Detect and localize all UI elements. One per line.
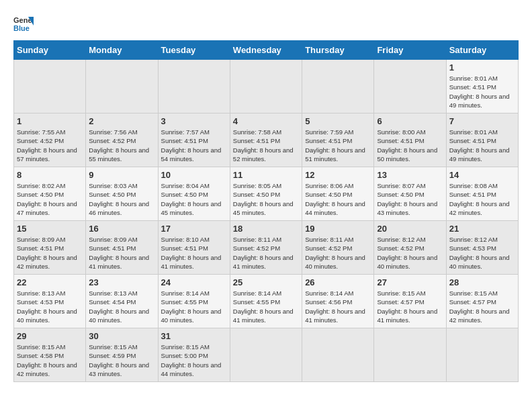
calendar-cell <box>14 60 86 113</box>
week-row-5: 22Sunrise: 8:13 AMSunset: 4:53 PMDayligh… <box>14 275 519 328</box>
calendar-cell <box>158 60 230 113</box>
cell-content: Sunrise: 8:08 AMSunset: 4:51 PMDaylight:… <box>449 181 515 217</box>
week-row-2: 1Sunrise: 7:55 AMSunset: 4:52 PMDaylight… <box>14 113 519 167</box>
calendar-cell: 27Sunrise: 8:15 AMSunset: 4:57 PMDayligh… <box>374 275 446 328</box>
day-number: 23 <box>89 277 154 287</box>
day-number: 2 <box>89 116 154 126</box>
cell-content: Sunrise: 8:09 AMSunset: 4:51 PMDaylight:… <box>17 235 83 271</box>
cell-content: Sunrise: 8:13 AMSunset: 4:53 PMDaylight:… <box>17 289 83 324</box>
header-day-monday: Monday <box>86 41 158 60</box>
cell-content: Sunrise: 7:59 AMSunset: 4:51 PMDaylight:… <box>305 128 371 163</box>
day-number: 18 <box>233 224 299 234</box>
logo-icon: General Blue <box>13 13 34 34</box>
week-row-6: 29Sunrise: 8:15 AMSunset: 4:58 PMDayligh… <box>14 328 519 382</box>
cell-content: Sunrise: 8:11 AMSunset: 4:52 PMDaylight:… <box>233 235 299 271</box>
calendar-cell: 2Sunrise: 7:56 AMSunset: 4:52 PMDaylight… <box>86 113 158 167</box>
day-number: 15 <box>17 224 83 234</box>
header-day-saturday: Saturday <box>446 41 518 60</box>
svg-text:Blue: Blue <box>13 24 30 32</box>
cell-content: Sunrise: 8:01 AMSunset: 4:51 PMDaylight:… <box>449 128 515 163</box>
calendar-cell: 14Sunrise: 8:08 AMSunset: 4:51 PMDayligh… <box>446 167 518 221</box>
calendar-cell: 15Sunrise: 8:09 AMSunset: 4:51 PMDayligh… <box>14 221 86 275</box>
cell-content: Sunrise: 8:13 AMSunset: 4:54 PMDaylight:… <box>89 289 154 324</box>
cell-content: Sunrise: 8:01 AMSunset: 4:51 PMDaylight:… <box>449 74 515 109</box>
calendar-cell <box>446 328 518 382</box>
cell-content: Sunrise: 8:06 AMSunset: 4:50 PMDaylight:… <box>305 181 371 217</box>
day-number: 26 <box>305 277 371 287</box>
calendar-cell: 30Sunrise: 8:15 AMSunset: 4:59 PMDayligh… <box>86 328 158 382</box>
calendar-cell: 31Sunrise: 8:15 AMSunset: 5:00 PMDayligh… <box>158 328 230 382</box>
cell-content: Sunrise: 8:15 AMSunset: 5:00 PMDaylight:… <box>161 342 227 378</box>
cell-content: Sunrise: 8:15 AMSunset: 4:59 PMDaylight:… <box>89 342 154 378</box>
day-number: 28 <box>449 277 515 287</box>
cell-content: Sunrise: 8:15 AMSunset: 4:57 PMDaylight:… <box>449 289 515 324</box>
cell-content: Sunrise: 8:15 AMSunset: 4:58 PMDaylight:… <box>17 342 83 378</box>
calendar-cell <box>230 60 302 113</box>
header-day-friday: Friday <box>374 41 446 60</box>
calendar-cell <box>302 60 374 113</box>
day-number: 20 <box>377 224 443 234</box>
calendar-cell: 3Sunrise: 7:57 AMSunset: 4:51 PMDaylight… <box>158 113 230 167</box>
header-row: SundayMondayTuesdayWednesdayThursdayFrid… <box>14 41 519 60</box>
day-number: 1 <box>449 62 515 73</box>
cell-content: Sunrise: 7:58 AMSunset: 4:51 PMDaylight:… <box>233 128 299 163</box>
day-number: 5 <box>305 116 371 126</box>
calendar-cell <box>302 328 374 382</box>
day-number: 9 <box>89 170 154 180</box>
day-number: 3 <box>161 116 227 126</box>
cell-content: Sunrise: 7:57 AMSunset: 4:51 PMDaylight:… <box>161 128 227 163</box>
cell-content: Sunrise: 8:14 AMSunset: 4:55 PMDaylight:… <box>161 289 227 324</box>
calendar-cell: 13Sunrise: 8:07 AMSunset: 4:50 PMDayligh… <box>374 167 446 221</box>
day-number: 25 <box>233 277 299 287</box>
day-number: 10 <box>161 170 227 180</box>
calendar-cell: 1Sunrise: 8:01 AMSunset: 4:51 PMDaylight… <box>446 60 518 113</box>
calendar-cell: 5Sunrise: 7:59 AMSunset: 4:51 PMDaylight… <box>302 113 374 167</box>
calendar-cell: 24Sunrise: 8:14 AMSunset: 4:55 PMDayligh… <box>158 275 230 328</box>
calendar-cell: 1Sunrise: 7:55 AMSunset: 4:52 PMDaylight… <box>14 113 86 167</box>
calendar-cell: 9Sunrise: 8:03 AMSunset: 4:50 PMDaylight… <box>86 167 158 221</box>
page-header: General Blue <box>13 13 519 34</box>
cell-content: Sunrise: 8:04 AMSunset: 4:50 PMDaylight:… <box>161 181 227 217</box>
day-number: 4 <box>233 116 299 126</box>
day-number: 21 <box>449 224 515 234</box>
header-day-wednesday: Wednesday <box>230 41 302 60</box>
calendar-cell: 23Sunrise: 8:13 AMSunset: 4:54 PMDayligh… <box>86 275 158 328</box>
day-number: 13 <box>377 170 443 180</box>
calendar-cell <box>230 328 302 382</box>
calendar-cell: 12Sunrise: 8:06 AMSunset: 4:50 PMDayligh… <box>302 167 374 221</box>
cell-content: Sunrise: 8:07 AMSunset: 4:50 PMDaylight:… <box>377 181 443 217</box>
calendar-cell: 25Sunrise: 8:14 AMSunset: 4:55 PMDayligh… <box>230 275 302 328</box>
calendar-cell: 26Sunrise: 8:14 AMSunset: 4:56 PMDayligh… <box>302 275 374 328</box>
week-row-4: 15Sunrise: 8:09 AMSunset: 4:51 PMDayligh… <box>14 221 519 275</box>
day-number: 29 <box>17 331 83 341</box>
calendar-cell: 8Sunrise: 8:02 AMSunset: 4:50 PMDaylight… <box>14 167 86 221</box>
cell-content: Sunrise: 8:12 AMSunset: 4:53 PMDaylight:… <box>449 235 515 271</box>
day-number: 24 <box>161 277 227 287</box>
cell-content: Sunrise: 8:05 AMSunset: 4:50 PMDaylight:… <box>233 181 299 217</box>
day-number: 6 <box>377 116 443 126</box>
cell-content: Sunrise: 8:02 AMSunset: 4:50 PMDaylight:… <box>17 181 83 217</box>
cell-content: Sunrise: 8:11 AMSunset: 4:52 PMDaylight:… <box>305 235 371 271</box>
calendar-cell: 17Sunrise: 8:10 AMSunset: 4:51 PMDayligh… <box>158 221 230 275</box>
calendar-cell <box>374 60 446 113</box>
calendar-cell: 11Sunrise: 8:05 AMSunset: 4:50 PMDayligh… <box>230 167 302 221</box>
cell-content: Sunrise: 8:00 AMSunset: 4:51 PMDaylight:… <box>377 128 443 163</box>
calendar-cell <box>374 328 446 382</box>
cell-content: Sunrise: 8:15 AMSunset: 4:57 PMDaylight:… <box>377 289 443 324</box>
calendar-cell: 28Sunrise: 8:15 AMSunset: 4:57 PMDayligh… <box>446 275 518 328</box>
day-number: 16 <box>89 224 154 234</box>
cell-content: Sunrise: 7:55 AMSunset: 4:52 PMDaylight:… <box>17 128 83 163</box>
logo: General Blue <box>13 13 34 34</box>
day-number: 22 <box>17 277 83 287</box>
calendar-table: SundayMondayTuesdayWednesdayThursdayFrid… <box>13 40 519 382</box>
day-number: 14 <box>449 170 515 180</box>
cell-content: Sunrise: 8:14 AMSunset: 4:56 PMDaylight:… <box>305 289 371 324</box>
calendar-cell: 6Sunrise: 8:00 AMSunset: 4:51 PMDaylight… <box>374 113 446 167</box>
header-day-tuesday: Tuesday <box>158 41 230 60</box>
calendar-cell: 16Sunrise: 8:09 AMSunset: 4:51 PMDayligh… <box>86 221 158 275</box>
day-number: 17 <box>161 224 227 234</box>
cell-content: Sunrise: 8:03 AMSunset: 4:50 PMDaylight:… <box>89 181 154 217</box>
day-number: 19 <box>305 224 371 234</box>
calendar-cell: 29Sunrise: 8:15 AMSunset: 4:58 PMDayligh… <box>14 328 86 382</box>
calendar-cell: 10Sunrise: 8:04 AMSunset: 4:50 PMDayligh… <box>158 167 230 221</box>
